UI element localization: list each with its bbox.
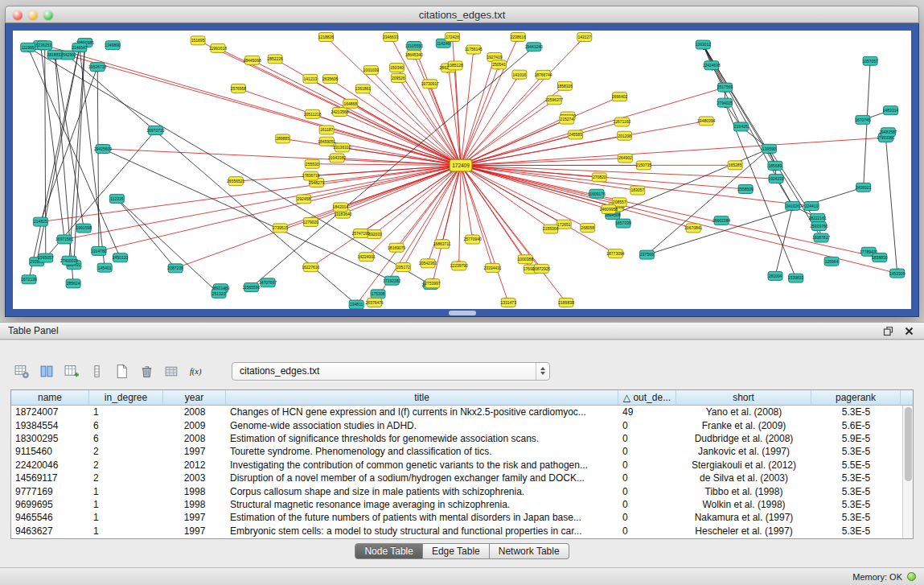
chevron-up-icon [540,367,545,370]
svg-text:23334431: 23334431 [483,266,501,270]
column-header-in_degree[interactable]: in_degree [89,390,163,405]
vertical-scrollbar[interactable] [902,406,913,538]
table-row[interactable]: 946362711997Embryonic stem cells: a mode… [11,525,902,538]
svg-text:208557: 208557 [613,200,626,204]
new-column-icon[interactable] [61,361,82,381]
table-row[interactable]: 1938455462009Genome-wide association stu… [11,418,902,431]
table-cell: 0 [618,472,676,484]
table-cell: Stergiakouli et al. (2012) [676,459,811,472]
svg-text:12424638: 12424638 [703,63,721,68]
table-cell: Corpus callosum shape and size in male p… [226,484,618,497]
table-row[interactable]: 1872400712008Changes of HCN gene express… [11,406,902,418]
svg-text:1000388: 1000388 [517,257,533,262]
svg-text:13183640: 13183640 [334,212,351,216]
table-row[interactable]: 911546021997Tourette syndrome. Phenomeno… [11,445,902,458]
svg-text:19480394: 19480394 [697,118,715,123]
svg-text:26663384: 26663384 [713,218,730,223]
svg-text:141213: 141213 [304,76,318,81]
column-header-title[interactable]: title [226,390,618,405]
svg-text:26556521: 26556521 [227,179,244,183]
table-row[interactable]: 946554611997Estimation of the future num… [11,511,902,524]
svg-text:18766744: 18766744 [534,72,552,77]
new-row-icon[interactable] [111,361,132,381]
svg-text:145401: 145401 [98,266,112,270]
import-table-icon[interactable] [161,361,182,381]
svg-text:285624: 285624 [67,281,80,286]
svg-text:126964: 126964 [825,259,839,264]
close-panel-button[interactable] [902,324,916,338]
window-title-bar[interactable]: citations_edges.txt [5,6,919,23]
svg-text:2346633: 2346633 [383,35,399,39]
table-cell: 1 [89,511,163,524]
svg-text:1858326: 1858326 [557,84,573,89]
table-cell: 1997 [163,445,226,458]
svg-text:2238616: 2238616 [510,35,526,39]
svg-text:25747195: 25747195 [351,231,369,236]
table-row[interactable]: 1830029562008Estimation of significance … [11,432,902,445]
column-header-short[interactable]: short [676,390,811,405]
svg-text:209526: 209526 [392,76,405,80]
svg-text:161187: 161187 [320,127,334,132]
svg-text:28445068: 28445068 [243,58,261,63]
svg-text:16227616: 16227616 [302,265,319,270]
svg-text:25939766: 25939766 [810,224,827,229]
table-cell: 2012 [163,459,226,472]
combobox-stepper-icon [536,363,549,380]
table-cell: 1997 [163,511,226,524]
table-cell: Tibbo et al. (1998) [676,484,811,497]
svg-text:28222161: 28222161 [808,216,826,220]
network-view[interactable]: 1519922959098512542903195267182146547111… [13,31,911,309]
svg-text:1331473: 1331473 [500,300,516,305]
traffic-light-zoom[interactable] [43,10,53,20]
window-title: citations_edges.txt [419,9,506,21]
svg-text:205172: 205172 [396,265,410,270]
traffic-light-close[interactable] [13,10,23,20]
svg-text:10872925: 10872925 [532,266,550,271]
table-cell: Investigating the contribution of common… [226,459,618,472]
column-header-name[interactable]: name [11,390,89,405]
table-row[interactable]: 2242004622012Investigating the contribut… [11,459,902,472]
tab-edge-table[interactable]: Edge Table [423,543,490,559]
table-cell: 5.3E-5 [811,406,901,418]
table-cell: 2008 [163,406,226,418]
delete-entries-icon[interactable] [136,361,157,381]
svg-text:1539833: 1539833 [788,276,804,281]
table-cell: 0 [618,525,676,538]
svg-text:17836716: 17836716 [302,173,319,178]
svg-text:214825: 214825 [34,220,47,225]
tab-node-table[interactable]: Node Table [355,543,423,559]
column-header-pagerank[interactable]: pagerank [811,390,901,405]
traffic-light-minimize[interactable] [28,10,38,20]
table-row[interactable]: 977716911998Corpus callosum shape and si… [11,484,902,497]
svg-text:14707667: 14707667 [259,280,277,285]
svg-text:24609958: 24609958 [600,207,618,212]
table-row[interactable]: 969969511998Structural magnetic resonanc… [11,498,902,511]
table-cell: 2 [89,445,163,458]
table-cell: 1 [89,525,163,538]
function-builder-icon[interactable]: f(x) [186,361,207,381]
table-selector-combobox[interactable]: citations_edges.txt [232,362,550,381]
svg-text:251320: 251320 [212,291,226,296]
svg-text:2852226: 2852226 [267,56,283,61]
scrollbar-thumb[interactable] [905,407,912,481]
svg-text:111995: 111995 [22,45,35,50]
svg-text:10670841: 10670841 [684,225,702,230]
tab-network-table[interactable]: Network Table [490,543,569,559]
svg-text:16971561: 16971561 [55,237,73,241]
splitter-grip[interactable] [449,311,476,315]
table-panel-title: Table Panel [8,325,59,336]
table-row[interactable]: 1456911722003Disruption of a novel membe… [11,472,902,484]
svg-text:21043382: 21043382 [328,155,346,160]
column-header-filler [901,390,913,405]
show-columns-icon[interactable] [36,361,57,381]
edit-column-icon[interactable] [86,361,107,381]
float-window-icon [883,326,893,336]
table-mode-icon[interactable] [11,361,32,381]
memory-status-label: Memory: OK [852,572,902,582]
svg-text:141016: 141016 [513,72,527,77]
column-header-year[interactable]: year [163,390,226,405]
table-cell: 1 [89,484,163,497]
float-panel-button[interactable] [881,324,895,338]
column-header-out_de[interactable]: △ out_de... [618,390,676,405]
svg-text:1657039: 1657039 [615,221,631,226]
